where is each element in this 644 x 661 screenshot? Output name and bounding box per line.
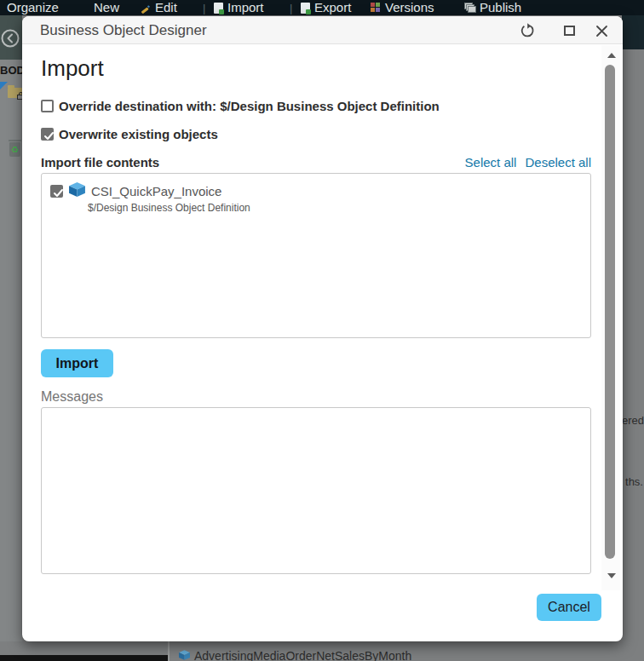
scrollbar-down-arrow-icon[interactable] bbox=[607, 573, 616, 578]
import-file-contents-list[interactable]: CSI_QuickPay_Invoice $/Design Business O… bbox=[41, 173, 591, 338]
menu-item-export[interactable]: Export bbox=[301, 0, 351, 15]
menu-item-organize[interactable]: Organize bbox=[7, 0, 59, 15]
checkbox-label: Override destination with: $/Design Busi… bbox=[59, 99, 440, 113]
dialog-title: Business Object Designer bbox=[40, 16, 207, 44]
background-list-item: AdvertisingMediaOrderNetSalesByMonth bbox=[179, 648, 411, 661]
publish-icon bbox=[464, 3, 475, 13]
menu-separator: | bbox=[203, 1, 205, 15]
bottom-dark-band bbox=[0, 655, 168, 661]
pencil-icon bbox=[141, 3, 151, 13]
dialog-title-bar: Business Object Designer bbox=[22, 16, 623, 44]
list-item[interactable]: CSI_QuickPay_Invoice $/Design Business O… bbox=[50, 182, 250, 214]
scrollbar-up-arrow-icon[interactable] bbox=[607, 53, 616, 58]
menu-item-edit[interactable]: Edit bbox=[141, 0, 177, 15]
overwrite-existing-row: Overwrite existing objects bbox=[41, 127, 218, 141]
recycle-bin-icon: ♻ bbox=[9, 142, 20, 157]
import-file-contents-label: Import file contents bbox=[41, 155, 159, 170]
deselect-all-link[interactable]: Deselect all bbox=[525, 155, 591, 170]
cancel-button[interactable]: Cancel bbox=[537, 594, 601, 621]
override-destination-row: Override destination with: $/Design Busi… bbox=[41, 99, 440, 113]
sidebar-label: BOD bbox=[0, 64, 25, 77]
menu-item-label: Publish bbox=[480, 0, 521, 15]
screen: Organize New Edit | Import | Export Vers… bbox=[0, 0, 644, 661]
item-path: $/Design Business Object Definition bbox=[88, 202, 250, 214]
background-item-label: AdvertisingMediaOrderNetSalesByMonth bbox=[194, 649, 411, 661]
menu-item-label: Import bbox=[227, 0, 264, 15]
menu-bar: Organize New Edit | Import | Export Vers… bbox=[0, 0, 644, 15]
dimmed-text-fragment: ths. bbox=[625, 475, 643, 488]
maximize-icon[interactable] bbox=[561, 23, 577, 38]
close-icon[interactable] bbox=[594, 23, 609, 38]
overwrite-existing-checkbox[interactable] bbox=[41, 128, 54, 141]
cube-icon bbox=[179, 648, 190, 661]
menu-item-new[interactable]: New bbox=[94, 0, 119, 15]
messages-label: Messages bbox=[41, 389, 103, 405]
dimmed-text-fragment: ered bbox=[622, 414, 644, 427]
versions-grid-icon bbox=[371, 3, 381, 13]
import-file-contents-header: Import file contents Select all Deselect… bbox=[41, 155, 591, 170]
folder-lock-icon bbox=[8, 88, 22, 98]
checkbox-label: Overwrite existing objects bbox=[59, 127, 218, 141]
scrollbar-thumb[interactable] bbox=[605, 65, 615, 559]
menu-item-versions[interactable]: Versions bbox=[371, 0, 434, 15]
item-checkbox[interactable] bbox=[50, 185, 63, 198]
menu-item-label: Organize bbox=[7, 0, 59, 15]
menu-separator: | bbox=[290, 1, 292, 15]
menu-item-label: Export bbox=[314, 0, 351, 15]
cube-icon bbox=[69, 182, 85, 200]
background-right-panel: ered ths. bbox=[622, 15, 644, 661]
import-button[interactable]: Import bbox=[41, 349, 113, 377]
menu-item-label: New bbox=[94, 0, 119, 15]
panel-divider bbox=[168, 641, 170, 661]
menu-item-publish[interactable]: Publish bbox=[464, 0, 521, 15]
menu-item-label: Edit bbox=[155, 0, 177, 15]
background-header-slab bbox=[622, 15, 644, 49]
select-all-link[interactable]: Select all bbox=[465, 155, 517, 170]
expander-triangle-icon bbox=[0, 82, 8, 89]
back-arrow-icon bbox=[1, 29, 20, 48]
background-left-panel: BOD ♻ bbox=[0, 15, 22, 661]
menu-item-import[interactable]: Import bbox=[214, 0, 264, 15]
business-object-designer-dialog: Business Object Designer Import Override… bbox=[22, 16, 623, 641]
menu-item-label: Versions bbox=[385, 0, 434, 15]
override-destination-checkbox[interactable] bbox=[41, 100, 54, 112]
messages-box[interactable] bbox=[41, 407, 591, 574]
background-bottom-panel: AdvertisingMediaOrderNetSalesByMonth bbox=[0, 641, 644, 661]
item-name: CSI_QuickPay_Invoice bbox=[91, 184, 221, 198]
export-file-icon bbox=[301, 3, 310, 14]
import-file-icon bbox=[214, 3, 223, 14]
page-title: Import bbox=[41, 55, 104, 82]
refresh-icon[interactable] bbox=[520, 23, 535, 38]
